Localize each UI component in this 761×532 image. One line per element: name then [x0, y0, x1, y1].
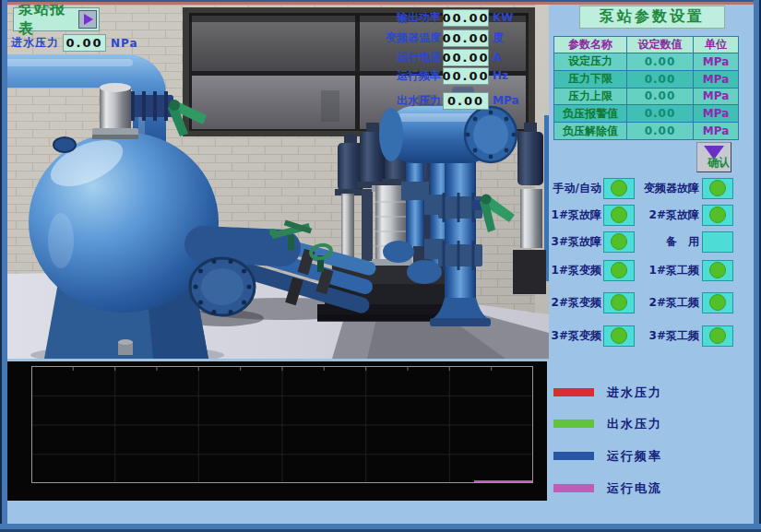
- param-value[interactable]: 0.00: [626, 105, 693, 122]
- inlet-pressure-readout: 进水压力 0.00 NPa: [11, 34, 138, 52]
- run-current-label: 运行电流: [371, 50, 441, 65]
- inverter-temp-value: 00.00: [443, 30, 489, 47]
- param-unit: MPa: [693, 71, 738, 88]
- legend-label: 进水压力: [607, 384, 662, 401]
- outlet-pressure-readout: 出水压力 0.00 MPa: [371, 91, 548, 110]
- led-indicator: [603, 205, 635, 226]
- param-value[interactable]: 0.00: [626, 89, 693, 105]
- param-unit: MPa: [693, 105, 738, 122]
- led-dot: [611, 207, 627, 223]
- run-frequency-value: 00.00: [443, 67, 489, 85]
- inlet-pressure-label: 进水压力: [11, 35, 59, 51]
- led-indicator: [603, 231, 635, 253]
- report-button[interactable]: 泵站报表: [13, 7, 100, 31]
- led-indicator: [702, 231, 733, 253]
- output-power-value: 00.00: [443, 9, 489, 27]
- led-dot: [611, 180, 627, 196]
- led-indicator: [702, 325, 733, 347]
- status-label: 3#泵变频: [549, 325, 601, 347]
- param-name: 压力下限: [554, 71, 626, 88]
- legend-label: 出水压力: [607, 416, 662, 432]
- led-dot: [709, 207, 726, 223]
- parameter-panel: 泵站参数设置 参数名称 设定数值 单位 设定压力 0.00 MPa 压力下限 0…: [549, 5, 755, 525]
- param-name: 负压解除值: [554, 123, 626, 139]
- confirm-button[interactable]: 确认: [696, 142, 731, 172]
- status-label: 手动/自动: [549, 178, 601, 199]
- led-indicator: [702, 260, 733, 281]
- inlet-pressure-value: 0.00: [63, 34, 106, 52]
- led-indicator: [603, 178, 635, 199]
- legend-item: 运行频率: [553, 448, 755, 463]
- report-button-label: 泵站报表: [18, 0, 78, 39]
- table-row: 压力上限 0.00 MPa: [554, 88, 738, 105]
- run-current-unit: A: [493, 51, 501, 64]
- run-current-readout: 运行电流 00.00 A: [371, 48, 548, 66]
- status-label: 2#泵工频: [636, 292, 699, 313]
- legend-swatch-run-frequency: [553, 452, 594, 460]
- legend-swatch-run-current: [553, 484, 594, 492]
- run-frequency-readout: 运行频率 00.00 Hz: [371, 66, 548, 85]
- param-value[interactable]: 0.00: [626, 123, 693, 139]
- inverter-temp-label: 变频器温度: [371, 30, 441, 46]
- led-indicator: [603, 292, 635, 313]
- run-current-value: 00.00: [443, 49, 489, 66]
- param-unit: MPa: [693, 53, 738, 70]
- status-label: 变频器故障: [636, 178, 699, 199]
- led-indicator: [702, 178, 733, 199]
- inlet-pressure-unit: NPa: [111, 37, 138, 50]
- status-label: 2#泵变频: [549, 292, 601, 313]
- run-frequency-unit: Hz: [493, 69, 508, 82]
- col-header-name: 参数名称: [554, 37, 626, 53]
- table-row: 负压解除值 0.00 MPa: [554, 122, 738, 139]
- output-power-unit: KW: [493, 11, 514, 24]
- table-row: 设定压力 0.00 MPa: [554, 53, 738, 70]
- parameter-table: 参数名称 设定数值 单位 设定压力 0.00 MPa 压力下限 0.00 MPa…: [553, 36, 739, 140]
- param-name: 压力上限: [554, 89, 626, 105]
- window-bottom-border: [0, 524, 761, 532]
- status-label: 3#泵故障: [549, 231, 601, 253]
- play-icon: [78, 10, 97, 29]
- window-accent-strip: [6, 2, 755, 5]
- outlet-pressure-label: 出水压力: [371, 93, 441, 109]
- trend-chart: [7, 361, 547, 501]
- led-dot: [709, 327, 726, 344]
- window-left-border: [0, 0, 7, 532]
- param-unit: MPa: [693, 89, 738, 105]
- status-label: 3#泵工频: [636, 325, 699, 347]
- table-header-row: 参数名称 设定数值 单位: [554, 37, 738, 53]
- status-row: 手动/自动 变频器故障: [549, 178, 755, 199]
- table-row: 负压报警值 0.00 MPa: [554, 104, 738, 122]
- status-label: 1#泵故障: [549, 205, 601, 226]
- status-row: 3#泵变频 3#泵工频: [549, 325, 755, 347]
- confirm-button-label: 确认: [707, 155, 730, 171]
- chart-top-ticks: [73, 367, 491, 372]
- led-dot: [611, 262, 627, 278]
- status-label: 备 用: [636, 231, 699, 253]
- param-name: 负压报警值: [554, 105, 626, 122]
- inverter-temp-readout: 变频器温度 00.00 度: [371, 29, 548, 47]
- led-dot: [611, 327, 627, 344]
- led-dot: [611, 233, 627, 250]
- table-row: 压力下限 0.00 MPa: [554, 70, 738, 88]
- legend-label: 运行电流: [607, 480, 662, 497]
- window-right-border: [754, 0, 761, 532]
- led-indicator: [603, 260, 635, 281]
- status-row: 3#泵故障 备 用: [549, 231, 755, 253]
- pump-station-hmi: 泵站报表 进水压力 0.00 NPa 输出功率 00.00 KW 变频器温度 0…: [0, 0, 761, 532]
- output-power-label: 输出功率: [371, 10, 441, 26]
- led-dot: [709, 180, 726, 196]
- status-label: 1#泵工频: [636, 260, 699, 281]
- status-row: 1#泵故障 2#泵故障: [549, 205, 755, 226]
- outlet-pressure-value: 0.00: [443, 92, 489, 110]
- status-row: 1#泵变频 1#泵工频: [549, 260, 755, 281]
- legend-item: 出水压力: [553, 416, 755, 431]
- output-power-readout: 输出功率 00.00 KW: [371, 8, 548, 27]
- pump-station-3d-scene: 泵站报表 进水压力 0.00 NPa 输出功率 00.00 KW 变频器温度 0…: [7, 5, 549, 359]
- legend-item: 运行电流: [553, 480, 755, 495]
- led-indicator: [603, 325, 635, 347]
- param-value[interactable]: 0.00: [626, 53, 693, 70]
- status-label: 1#泵变频: [549, 260, 601, 281]
- trend-chart-plot: [7, 361, 547, 501]
- param-value[interactable]: 0.00: [626, 71, 693, 88]
- panel-title: 泵站参数设置: [579, 6, 725, 29]
